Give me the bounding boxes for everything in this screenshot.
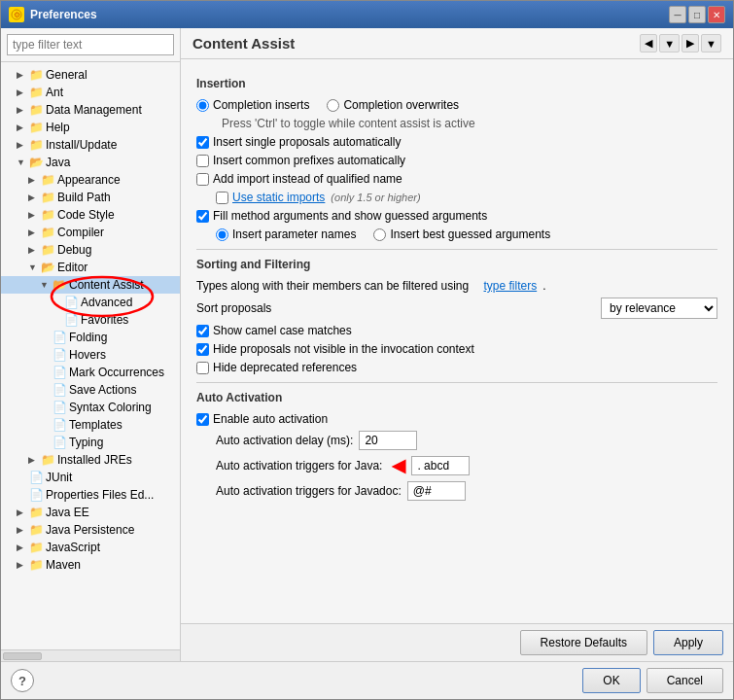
sort-select[interactable]: by relevance alphabetically [601, 298, 717, 319]
tree-item-syntax[interactable]: ▶ 📄 Syntax Coloring [1, 399, 180, 416]
restore-defaults-button[interactable]: Restore Defaults [520, 630, 647, 655]
cancel-button[interactable]: Cancel [647, 668, 723, 693]
tree-item-hovers[interactable]: ▶ 📄 Hovers [1, 346, 180, 364]
tree-item-java-persistence[interactable]: ▶ 📁 Java Persistence [1, 521, 180, 539]
help-button[interactable]: ? [11, 669, 34, 692]
tree-label-mark: Mark Occurrences [69, 366, 164, 379]
hide-deprecated-checkbox[interactable] [196, 362, 209, 374]
tree-item-javascript[interactable]: ▶ 📁 JavaScript [1, 539, 180, 556]
completion-overwrites-option[interactable]: Completion overwrites [327, 98, 459, 112]
tree-item-favorites[interactable]: ▶ 📄 Favorites [1, 311, 180, 329]
type-filters-period: . [542, 279, 545, 293]
tree-item-junit[interactable]: ▶ 📄 JUnit [1, 469, 180, 486]
back-dropdown-button[interactable]: ▼ [659, 34, 680, 52]
fill-method-checkbox[interactable] [196, 210, 209, 223]
tree-label-build: Build Path [57, 191, 111, 204]
tree-item-templates[interactable]: ▶ 📄 Templates [1, 416, 180, 434]
type-filters-link[interactable]: type filters [484, 279, 538, 293]
hide-not-visible-option[interactable]: Hide proposals not visible in the invoca… [196, 342, 474, 356]
tree-label-props: Properties Files Ed... [46, 488, 154, 502]
tree-item-save-actions[interactable]: ▶ 📄 Save Actions [1, 381, 180, 399]
insert-common-checkbox[interactable] [196, 155, 209, 167]
maximize-button[interactable]: □ [688, 6, 706, 23]
tree-item-editor[interactable]: ▼ 📂 Editor [1, 259, 180, 276]
insert-single-option[interactable]: Insert single proposals automatically [196, 135, 401, 149]
tree-item-maven[interactable]: ▶ 📁 Maven [1, 556, 180, 574]
tree-label-code: Code Style [57, 208, 115, 222]
completion-inserts-option[interactable]: Completion inserts [196, 98, 309, 112]
tree-item-installed-jres[interactable]: ▶ 📁 Installed JREs [1, 451, 180, 469]
add-import-checkbox[interactable] [196, 173, 209, 186]
apply-button[interactable]: Apply [653, 630, 723, 655]
tree-scrollbar-h[interactable] [1, 649, 180, 661]
add-import-option[interactable]: Add import instead of qualified name [196, 172, 402, 186]
use-static-imports-option[interactable]: Use static imports [216, 191, 325, 204]
close-button[interactable]: ✕ [708, 6, 725, 23]
forward-button[interactable]: ▶ [682, 34, 699, 52]
tree-item-build-path[interactable]: ▶ 📁 Build Path [1, 189, 180, 206]
hide-not-visible-checkbox[interactable] [196, 343, 209, 356]
insert-common-label: Insert common prefixes automatically [213, 154, 405, 167]
item-icon-folding: 📄 [52, 331, 66, 344]
folder-icon-code: 📁 [41, 208, 54, 222]
use-static-imports-checkbox[interactable] [216, 192, 228, 204]
back-button[interactable]: ◀ [640, 34, 657, 52]
insert-single-checkbox[interactable] [196, 136, 209, 149]
tree-item-compiler[interactable]: ▶ 📁 Compiler [1, 224, 180, 241]
triggers-java-input[interactable] [411, 456, 470, 475]
minimize-button[interactable]: ─ [669, 6, 686, 23]
scroll-thumb-h[interactable] [3, 652, 42, 660]
tree-label-typing: Typing [69, 436, 103, 449]
insert-param-radio[interactable] [216, 228, 228, 241]
show-camel-option[interactable]: Show camel case matches [196, 324, 352, 337]
triggers-javadoc-input[interactable] [407, 481, 466, 501]
tree-item-debug[interactable]: ▶ 📁 Debug [1, 241, 180, 259]
enable-auto-activation-checkbox[interactable] [196, 413, 209, 426]
tree-item-ant[interactable]: ▶ 📁 Ant [1, 84, 180, 101]
show-camel-checkbox[interactable] [196, 325, 209, 337]
content-area: ▶ 📁 General ▶ 📁 Ant ▶ 📁 Data Manage [1, 28, 733, 661]
insert-best-radio[interactable] [373, 228, 386, 241]
tree-item-help[interactable]: ▶ 📁 Help [1, 119, 180, 136]
forward-dropdown-button[interactable]: ▼ [701, 34, 721, 52]
enable-auto-activation-option[interactable]: Enable auto activation [196, 412, 328, 426]
tree-item-typing[interactable]: ▶ 📄 Typing [1, 434, 180, 451]
triggers-javadoc-row: Auto activation triggers for Javadoc: [196, 481, 717, 501]
folder-icon-data: 📁 [29, 103, 43, 117]
tree-item-general[interactable]: ▶ 📁 General [1, 66, 180, 84]
filter-input[interactable] [7, 34, 174, 55]
delay-input[interactable] [359, 431, 417, 450]
tree-item-data-management[interactable]: ▶ 📁 Data Management [1, 101, 180, 119]
sort-proposals-label: Sort proposals [196, 301, 271, 315]
tree-item-code-style[interactable]: ▶ 📁 Code Style [1, 206, 180, 224]
ok-button[interactable]: OK [582, 668, 640, 693]
fill-method-option[interactable]: Fill method arguments and show guessed a… [196, 209, 487, 223]
enable-auto-activation-label: Enable auto activation [213, 412, 328, 426]
tree-label-install: Install/Update [46, 138, 117, 152]
tree-item-advanced[interactable]: ▶ 📄 Advanced [1, 294, 180, 311]
tree-item-properties[interactable]: ▶ 📄 Properties Files Ed... [1, 486, 180, 504]
folder-icon-javascript: 📁 [29, 541, 43, 554]
delay-row: Auto activation delay (ms): [196, 431, 717, 450]
insert-common-row: Insert common prefixes automatically [196, 154, 717, 167]
show-camel-row: Show camel case matches [196, 324, 717, 337]
insert-common-option[interactable]: Insert common prefixes automatically [196, 154, 405, 167]
insert-best-option[interactable]: Insert best guessed arguments [373, 228, 550, 241]
item-icon-mark: 📄 [52, 366, 66, 379]
tree-item-content-assist[interactable]: ▼ 📂 Content Assist [1, 276, 180, 294]
completion-inserts-radio[interactable] [196, 99, 209, 112]
tree-label-advanced: Advanced [81, 296, 132, 309]
tree-item-install[interactable]: ▶ 📁 Install/Update [1, 136, 180, 154]
window-title: Preferences [30, 8, 97, 21]
tree-item-appearance[interactable]: ▶ 📁 Appearance [1, 171, 180, 189]
tree-item-folding[interactable]: ▶ 📄 Folding [1, 329, 180, 346]
item-icon-props: 📄 [29, 488, 43, 502]
tree-item-mark-occ[interactable]: ▶ 📄 Mark Occurrences [1, 364, 180, 381]
completion-overwrites-radio[interactable] [327, 99, 339, 112]
tree-item-javaee[interactable]: ▶ 📁 Java EE [1, 504, 180, 521]
insert-param-option[interactable]: Insert parameter names [216, 228, 356, 241]
hide-deprecated-option[interactable]: Hide deprecated references [196, 361, 357, 374]
preferences-window: ⚙ Preferences ─ □ ✕ ▶ � [0, 0, 734, 700]
use-static-imports-link[interactable]: Use static imports [232, 191, 325, 204]
tree-item-java[interactable]: ▼ 📂 Java [1, 154, 180, 171]
